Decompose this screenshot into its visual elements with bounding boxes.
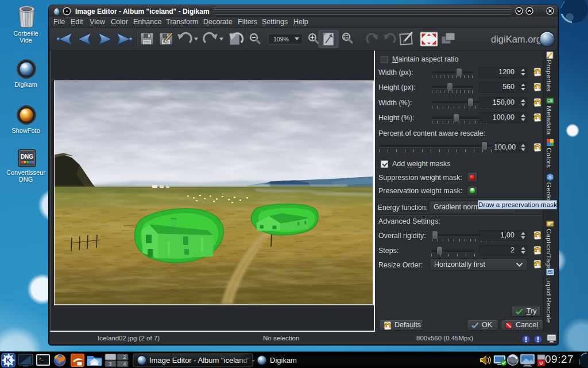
svg-text:U: U [540, 361, 543, 366]
svg-text:DNG: DNG [21, 154, 33, 160]
svg-text:digiKam.org: digiKam.org [491, 34, 541, 44]
svg-text:109%: 109% [273, 36, 289, 43]
svg-text:4: 4 [123, 361, 126, 367]
svg-text:K: K [6, 356, 11, 365]
svg-text:Digikam: Digikam [270, 356, 297, 365]
svg-text:3: 3 [109, 361, 111, 367]
svg-text:2: 2 [123, 354, 126, 360]
svg-text:>_: >_ [38, 356, 44, 361]
